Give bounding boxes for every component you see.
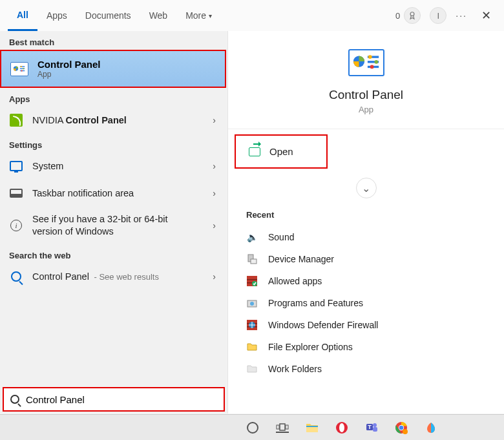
svg-point-22 (250, 302, 254, 306)
result-web-search[interactable]: Control Panel - See web results › (0, 263, 227, 290)
svg-rect-18 (247, 279, 257, 280)
recent-programs-features[interactable]: Programs and Features (246, 292, 494, 314)
recent-work-folders[interactable]: Work Folders (246, 358, 494, 380)
web-label: Control Panel (32, 271, 89, 282)
chevron-right-icon: › (213, 188, 216, 198)
expand-button[interactable]: ⌄ (356, 178, 377, 198)
preview-pane: Control Panel App Open ⌄ Recent 🔈Sound D… (227, 31, 504, 414)
search-icon (11, 271, 21, 282)
settings-label: System (32, 161, 63, 171)
svg-rect-33 (306, 426, 318, 427)
svg-point-38 (373, 423, 377, 427)
chevron-right-icon: › (213, 220, 216, 231)
file-explorer-icon[interactable] (305, 421, 319, 435)
tab-all[interactable]: All (8, 0, 37, 31)
tab-more[interactable]: More ▾ (176, 0, 221, 31)
firewall-icon (246, 319, 258, 331)
svg-rect-39 (373, 427, 377, 432)
result-32-64-bit[interactable]: i See if you have a 32-bit or 64-bit ver… (0, 207, 227, 244)
cortana-icon[interactable] (246, 421, 260, 435)
tab-web[interactable]: Web (140, 0, 177, 31)
best-match-title: Control Panel (37, 59, 101, 70)
taskbar: T (0, 414, 504, 440)
chevron-right-icon: › (213, 161, 216, 171)
svg-point-27 (247, 423, 258, 433)
open-icon (249, 147, 260, 156)
recent-heading: Recent (246, 205, 494, 226)
recent-label: Allowed apps (268, 276, 322, 286)
search-input[interactable] (26, 394, 217, 405)
control-panel-icon (10, 62, 28, 76)
svg-rect-29 (277, 425, 279, 429)
results-pane: Best match Control Panel App Apps NVIDIA… (0, 31, 227, 414)
speaker-icon: 🔈 (246, 231, 258, 243)
recent-defender-firewall[interactable]: Windows Defender Firewall (246, 314, 494, 336)
recent-label: File Explorer Options (268, 342, 353, 352)
info-icon: i (10, 220, 22, 231)
svg-point-12 (368, 55, 372, 59)
task-view-icon[interactable] (275, 421, 289, 435)
preview-subtitle: App (228, 105, 504, 114)
svg-point-6 (23, 68, 24, 69)
svg-point-7 (21, 70, 23, 71)
recent-label: Programs and Features (268, 298, 363, 308)
chrome-icon[interactable] (394, 421, 408, 435)
recent-label: Device Manager (268, 254, 334, 264)
svg-point-43 (403, 429, 408, 434)
settings-label: Taskbar notification area (32, 188, 134, 198)
app-prefix: NVIDIA (32, 115, 66, 125)
recent-label: Sound (268, 232, 294, 242)
recent-label: Work Folders (268, 364, 322, 374)
opera-icon[interactable] (335, 421, 349, 435)
firewall-allow-icon (246, 275, 258, 287)
device-manager-icon (246, 253, 258, 265)
search-icon (10, 395, 19, 404)
chevron-down-icon: ⌄ (362, 182, 370, 194)
search-bar[interactable] (3, 387, 225, 412)
recent-file-explorer-options[interactable]: File Explorer Options (246, 336, 494, 358)
tab-apps[interactable]: Apps (37, 0, 76, 31)
chevron-down-icon: ▾ (209, 12, 212, 19)
result-system[interactable]: System › (0, 152, 227, 180)
svg-point-0 (410, 12, 414, 16)
app-bold: Control Panel (66, 115, 127, 125)
recent-device-manager[interactable]: Device Manager (246, 248, 494, 270)
open-action[interactable]: Open (235, 134, 328, 169)
top-bar: All Apps Documents Web More ▾ 0 I ··· ✕ (0, 0, 504, 31)
recent-label: Windows Defender Firewall (268, 320, 378, 330)
top-right-controls: 0 I ··· ✕ (395, 7, 496, 24)
search-filter-tabs: All Apps Documents Web More ▾ (8, 0, 221, 31)
monitor-icon (10, 161, 23, 171)
user-avatar[interactable]: I (430, 7, 446, 24)
section-web: Search the web (0, 244, 227, 263)
close-icon[interactable]: ✕ (476, 8, 496, 23)
settings-label: See if you have a 32-bit or 64-bit versi… (32, 213, 194, 238)
section-best-match: Best match (0, 31, 227, 50)
control-panel-icon-large (348, 49, 384, 76)
svg-rect-30 (286, 425, 288, 429)
open-label: Open (269, 146, 293, 157)
svg-point-5 (21, 65, 22, 67)
paint3d-icon[interactable] (424, 421, 438, 435)
rewards-icon[interactable] (404, 7, 421, 24)
recent-allowed-apps[interactable]: Allowed apps (246, 270, 494, 292)
svg-rect-28 (280, 424, 285, 430)
result-nvidia-control-panel[interactable]: NVIDIA Control Panel › (0, 107, 227, 134)
chevron-right-icon: › (213, 271, 216, 282)
tab-documents[interactable]: Documents (76, 0, 140, 31)
teams-icon[interactable]: T (364, 421, 379, 435)
best-match-subtitle: App (37, 70, 101, 79)
svg-point-42 (399, 425, 404, 430)
rewards-count: 0 (395, 11, 400, 21)
result-taskbar-notification[interactable]: Taskbar notification area › (0, 180, 227, 207)
work-folders-icon (246, 363, 258, 375)
svg-point-14 (370, 65, 373, 69)
svg-point-13 (374, 60, 378, 64)
programs-icon (246, 297, 258, 309)
best-match-result[interactable]: Control Panel App (0, 50, 226, 88)
recent-sound[interactable]: 🔈Sound (246, 226, 494, 248)
nvidia-icon (10, 114, 23, 127)
options-icon[interactable]: ··· (456, 10, 467, 21)
taskbar-icon (10, 189, 23, 198)
svg-rect-16 (251, 259, 257, 264)
